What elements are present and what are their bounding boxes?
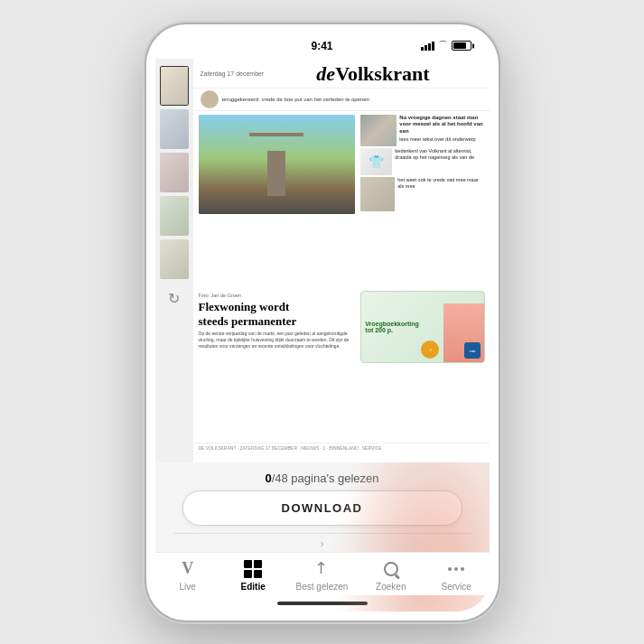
main-caption: Foto: Jan de Groen bbox=[199, 293, 356, 298]
nav-zoeken-label: Zoeken bbox=[376, 582, 406, 592]
thumbnail-item[interactable] bbox=[160, 153, 189, 192]
phone-screen: 9:41 ⌒ bbox=[155, 33, 490, 611]
right-article-3-photo bbox=[360, 177, 395, 211]
chevron-row: › bbox=[155, 534, 490, 552]
editie-icon bbox=[242, 558, 264, 580]
refresh-icon[interactable]: ↻ bbox=[162, 286, 187, 312]
right-article-2-photo: 👕 bbox=[360, 148, 392, 175]
main-headline-area: Foto: Jan de Groen Flexwoning wordtsteed… bbox=[199, 291, 356, 439]
download-button[interactable]: DOWNLOAD bbox=[182, 490, 462, 526]
main-image bbox=[199, 115, 356, 214]
zoeken-icon bbox=[380, 558, 402, 580]
page-counter: 0/48 pagina's gelezen bbox=[155, 462, 490, 490]
newspaper-footer: DE VOLKSKRANT · ZATERDAG 17 DECEMBER · N… bbox=[193, 443, 490, 453]
ad-badge: ✓ bbox=[421, 341, 439, 359]
signal-icon bbox=[421, 42, 434, 51]
nav-service-label: Service bbox=[442, 582, 471, 592]
bottom-nav: V Live Editie bbox=[155, 552, 490, 595]
right-article-1: Na vroegige dagnen staat man voor meezel… bbox=[360, 115, 485, 146]
page-suffix: /48 pagina's gelezen bbox=[272, 471, 379, 485]
top-article: teruggekereerd: vrede de boe put van het… bbox=[193, 89, 490, 111]
status-time: 9:41 bbox=[311, 40, 332, 52]
home-bar bbox=[277, 602, 368, 605]
status-bar: 9:41 ⌒ bbox=[155, 33, 490, 59]
nav-item-live[interactable]: V Live bbox=[165, 558, 210, 592]
right-article-3-text: het weet ook te vrede niet mee maar als … bbox=[397, 177, 485, 190]
wifi-icon: ⌒ bbox=[438, 39, 448, 52]
thumbnail-item[interactable] bbox=[160, 239, 189, 279]
newspaper-grid: Na vroegige dagnen staat man voor meezel… bbox=[193, 111, 490, 443]
current-page: 0 bbox=[265, 471, 271, 485]
right-article-1-photo bbox=[360, 115, 397, 146]
scroll-content[interactable]: ↻ Zaterdag 17 december deVolkskrant bbox=[155, 59, 490, 462]
right-article-2-text: bedenkenl van Volkrant al alternist, dra… bbox=[395, 148, 485, 161]
best-gelezen-icon: ↗ bbox=[311, 558, 332, 580]
chevron-right-icon[interactable]: › bbox=[321, 537, 324, 550]
nav-live-label: Live bbox=[180, 582, 196, 592]
thumbnail-item[interactable] bbox=[160, 66, 189, 106]
right-article-1-text: Na vroegige dagnen staat man voor meezel… bbox=[399, 115, 485, 144]
nav-editie-label: Editie bbox=[241, 582, 266, 592]
battery-icon bbox=[452, 41, 471, 51]
right-column-top: Na vroegige dagnen staat man voor meezel… bbox=[357, 115, 485, 290]
ad-text: Vroegboekkortingtot 200 p. bbox=[365, 321, 481, 333]
newspaper-page[interactable]: Zaterdag 17 december deVolkskrant terugg… bbox=[193, 59, 490, 462]
live-icon: V bbox=[177, 558, 199, 580]
nav-item-service[interactable]: Service bbox=[434, 558, 479, 592]
thumbnail-item[interactable] bbox=[160, 109, 189, 149]
phone-frame: 9:41 ⌒ bbox=[146, 24, 499, 621]
main-subtext: Op de eerste verjaardag van de markt, ee… bbox=[199, 331, 356, 350]
nav-best-gelezen-label: Best gelezen bbox=[296, 582, 349, 592]
newspaper-header: Zaterdag 17 december deVolkskrant bbox=[193, 59, 490, 89]
status-icons: ⌒ bbox=[421, 39, 471, 52]
phone-container: 9:41 ⌒ bbox=[146, 24, 499, 621]
nav-item-best-gelezen[interactable]: ↗ Best gelezen bbox=[296, 558, 349, 592]
nav-item-zoeken[interactable]: Zoeken bbox=[369, 558, 414, 592]
nav-item-editie[interactable]: Editie bbox=[230, 558, 275, 592]
thumbnail-strip[interactable]: ↻ bbox=[155, 59, 193, 462]
right-article-2: 👕 bedenkenl van Volkrant al alternist, d… bbox=[360, 148, 485, 175]
logo-name: Volkskrant bbox=[335, 62, 429, 85]
thumbnail-item[interactable] bbox=[160, 196, 189, 236]
advertisement[interactable]: Vroegboekkortingtot 200 p. ✓ nrv bbox=[357, 291, 485, 439]
service-icon bbox=[445, 558, 467, 580]
top-article-photo bbox=[201, 90, 219, 108]
ad-nrv-logo: nrv bbox=[464, 342, 481, 359]
right-article-3: het weet ook te vrede niet mee maar als … bbox=[360, 177, 485, 211]
newspaper-date: Zaterdag 17 december bbox=[201, 70, 265, 77]
main-headline: Flexwoning wordtsteeds permanenter bbox=[199, 300, 356, 328]
newspaper-logo: deVolkskrant bbox=[264, 62, 481, 86]
home-indicator bbox=[155, 595, 490, 611]
logo-prefix: de bbox=[316, 62, 335, 85]
top-article-text: teruggekereerd: vrede de boe put van het… bbox=[222, 97, 369, 102]
